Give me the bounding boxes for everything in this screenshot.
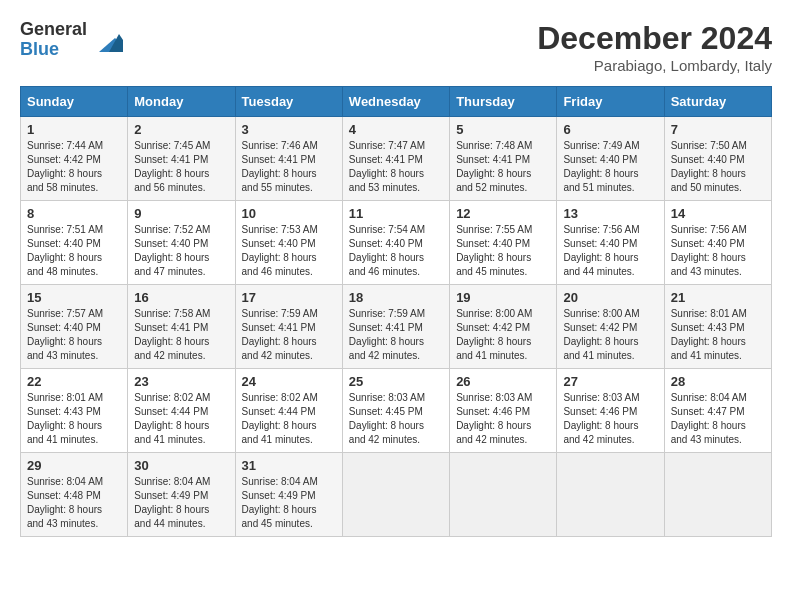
logo-blue: Blue bbox=[20, 40, 87, 60]
day-number: 31 bbox=[242, 458, 336, 473]
calendar-week-row: 1 Sunrise: 7:44 AM Sunset: 4:42 PM Dayli… bbox=[21, 117, 772, 201]
logo: General Blue bbox=[20, 20, 123, 60]
day-detail: Sunrise: 8:03 AM Sunset: 4:46 PM Dayligh… bbox=[456, 391, 550, 447]
day-number: 6 bbox=[563, 122, 657, 137]
calendar-cell: 1 Sunrise: 7:44 AM Sunset: 4:42 PM Dayli… bbox=[21, 117, 128, 201]
day-detail: Sunrise: 7:52 AM Sunset: 4:40 PM Dayligh… bbox=[134, 223, 228, 279]
calendar-cell: 15 Sunrise: 7:57 AM Sunset: 4:40 PM Dayl… bbox=[21, 285, 128, 369]
calendar-cell: 27 Sunrise: 8:03 AM Sunset: 4:46 PM Dayl… bbox=[557, 369, 664, 453]
day-number: 13 bbox=[563, 206, 657, 221]
calendar-cell: 5 Sunrise: 7:48 AM Sunset: 4:41 PM Dayli… bbox=[450, 117, 557, 201]
calendar-cell: 18 Sunrise: 7:59 AM Sunset: 4:41 PM Dayl… bbox=[342, 285, 449, 369]
calendar-cell: 30 Sunrise: 8:04 AM Sunset: 4:49 PM Dayl… bbox=[128, 453, 235, 537]
calendar-cell: 24 Sunrise: 8:02 AM Sunset: 4:44 PM Dayl… bbox=[235, 369, 342, 453]
day-detail: Sunrise: 7:51 AM Sunset: 4:40 PM Dayligh… bbox=[27, 223, 121, 279]
day-number: 11 bbox=[349, 206, 443, 221]
calendar-week-row: 15 Sunrise: 7:57 AM Sunset: 4:40 PM Dayl… bbox=[21, 285, 772, 369]
calendar-cell: 9 Sunrise: 7:52 AM Sunset: 4:40 PM Dayli… bbox=[128, 201, 235, 285]
calendar-cell: 22 Sunrise: 8:01 AM Sunset: 4:43 PM Dayl… bbox=[21, 369, 128, 453]
day-number: 29 bbox=[27, 458, 121, 473]
calendar-cell: 6 Sunrise: 7:49 AM Sunset: 4:40 PM Dayli… bbox=[557, 117, 664, 201]
calendar-week-row: 22 Sunrise: 8:01 AM Sunset: 4:43 PM Dayl… bbox=[21, 369, 772, 453]
calendar-cell: 21 Sunrise: 8:01 AM Sunset: 4:43 PM Dayl… bbox=[664, 285, 771, 369]
calendar-week-row: 29 Sunrise: 8:04 AM Sunset: 4:48 PM Dayl… bbox=[21, 453, 772, 537]
calendar-cell: 25 Sunrise: 8:03 AM Sunset: 4:45 PM Dayl… bbox=[342, 369, 449, 453]
day-number: 8 bbox=[27, 206, 121, 221]
day-detail: Sunrise: 8:03 AM Sunset: 4:45 PM Dayligh… bbox=[349, 391, 443, 447]
day-number: 10 bbox=[242, 206, 336, 221]
calendar-cell: 3 Sunrise: 7:46 AM Sunset: 4:41 PM Dayli… bbox=[235, 117, 342, 201]
day-number: 20 bbox=[563, 290, 657, 305]
day-number: 7 bbox=[671, 122, 765, 137]
day-detail: Sunrise: 7:59 AM Sunset: 4:41 PM Dayligh… bbox=[349, 307, 443, 363]
day-detail: Sunrise: 7:55 AM Sunset: 4:40 PM Dayligh… bbox=[456, 223, 550, 279]
calendar-week-row: 8 Sunrise: 7:51 AM Sunset: 4:40 PM Dayli… bbox=[21, 201, 772, 285]
calendar-cell: 16 Sunrise: 7:58 AM Sunset: 4:41 PM Dayl… bbox=[128, 285, 235, 369]
day-detail: Sunrise: 7:54 AM Sunset: 4:40 PM Dayligh… bbox=[349, 223, 443, 279]
day-number: 26 bbox=[456, 374, 550, 389]
logo-general: General bbox=[20, 20, 87, 40]
header-tuesday: Tuesday bbox=[235, 87, 342, 117]
calendar-cell: 28 Sunrise: 8:04 AM Sunset: 4:47 PM Dayl… bbox=[664, 369, 771, 453]
day-detail: Sunrise: 7:47 AM Sunset: 4:41 PM Dayligh… bbox=[349, 139, 443, 195]
day-detail: Sunrise: 7:56 AM Sunset: 4:40 PM Dayligh… bbox=[563, 223, 657, 279]
calendar-cell: 10 Sunrise: 7:53 AM Sunset: 4:40 PM Dayl… bbox=[235, 201, 342, 285]
calendar-cell: 14 Sunrise: 7:56 AM Sunset: 4:40 PM Dayl… bbox=[664, 201, 771, 285]
day-detail: Sunrise: 7:45 AM Sunset: 4:41 PM Dayligh… bbox=[134, 139, 228, 195]
logo-icon bbox=[91, 24, 123, 56]
day-detail: Sunrise: 8:00 AM Sunset: 4:42 PM Dayligh… bbox=[563, 307, 657, 363]
calendar-cell: 17 Sunrise: 7:59 AM Sunset: 4:41 PM Dayl… bbox=[235, 285, 342, 369]
day-detail: Sunrise: 8:02 AM Sunset: 4:44 PM Dayligh… bbox=[242, 391, 336, 447]
day-number: 16 bbox=[134, 290, 228, 305]
page-header: General Blue December 2024 Parabiago, Lo… bbox=[20, 20, 772, 74]
day-detail: Sunrise: 8:04 AM Sunset: 4:49 PM Dayligh… bbox=[242, 475, 336, 531]
day-number: 21 bbox=[671, 290, 765, 305]
day-number: 15 bbox=[27, 290, 121, 305]
day-detail: Sunrise: 8:02 AM Sunset: 4:44 PM Dayligh… bbox=[134, 391, 228, 447]
calendar-cell: 31 Sunrise: 8:04 AM Sunset: 4:49 PM Dayl… bbox=[235, 453, 342, 537]
day-detail: Sunrise: 7:57 AM Sunset: 4:40 PM Dayligh… bbox=[27, 307, 121, 363]
day-detail: Sunrise: 7:59 AM Sunset: 4:41 PM Dayligh… bbox=[242, 307, 336, 363]
day-number: 22 bbox=[27, 374, 121, 389]
calendar-cell: 13 Sunrise: 7:56 AM Sunset: 4:40 PM Dayl… bbox=[557, 201, 664, 285]
day-number: 27 bbox=[563, 374, 657, 389]
calendar-cell bbox=[450, 453, 557, 537]
day-detail: Sunrise: 8:03 AM Sunset: 4:46 PM Dayligh… bbox=[563, 391, 657, 447]
day-number: 3 bbox=[242, 122, 336, 137]
calendar-cell: 26 Sunrise: 8:03 AM Sunset: 4:46 PM Dayl… bbox=[450, 369, 557, 453]
day-number: 9 bbox=[134, 206, 228, 221]
month-title: December 2024 bbox=[537, 20, 772, 57]
calendar-cell: 7 Sunrise: 7:50 AM Sunset: 4:40 PM Dayli… bbox=[664, 117, 771, 201]
day-number: 17 bbox=[242, 290, 336, 305]
day-detail: Sunrise: 8:01 AM Sunset: 4:43 PM Dayligh… bbox=[671, 307, 765, 363]
day-number: 30 bbox=[134, 458, 228, 473]
day-detail: Sunrise: 7:44 AM Sunset: 4:42 PM Dayligh… bbox=[27, 139, 121, 195]
day-detail: Sunrise: 7:56 AM Sunset: 4:40 PM Dayligh… bbox=[671, 223, 765, 279]
day-detail: Sunrise: 7:48 AM Sunset: 4:41 PM Dayligh… bbox=[456, 139, 550, 195]
day-number: 23 bbox=[134, 374, 228, 389]
header-saturday: Saturday bbox=[664, 87, 771, 117]
day-number: 5 bbox=[456, 122, 550, 137]
calendar-cell: 23 Sunrise: 8:02 AM Sunset: 4:44 PM Dayl… bbox=[128, 369, 235, 453]
calendar-cell: 2 Sunrise: 7:45 AM Sunset: 4:41 PM Dayli… bbox=[128, 117, 235, 201]
day-detail: Sunrise: 7:53 AM Sunset: 4:40 PM Dayligh… bbox=[242, 223, 336, 279]
calendar-cell: 11 Sunrise: 7:54 AM Sunset: 4:40 PM Dayl… bbox=[342, 201, 449, 285]
header-friday: Friday bbox=[557, 87, 664, 117]
calendar-header-row: SundayMondayTuesdayWednesdayThursdayFrid… bbox=[21, 87, 772, 117]
calendar-cell bbox=[342, 453, 449, 537]
calendar-cell bbox=[557, 453, 664, 537]
calendar-table: SundayMondayTuesdayWednesdayThursdayFrid… bbox=[20, 86, 772, 537]
day-number: 4 bbox=[349, 122, 443, 137]
location: Parabiago, Lombardy, Italy bbox=[537, 57, 772, 74]
day-detail: Sunrise: 8:01 AM Sunset: 4:43 PM Dayligh… bbox=[27, 391, 121, 447]
day-detail: Sunrise: 7:50 AM Sunset: 4:40 PM Dayligh… bbox=[671, 139, 765, 195]
day-detail: Sunrise: 7:58 AM Sunset: 4:41 PM Dayligh… bbox=[134, 307, 228, 363]
day-detail: Sunrise: 7:46 AM Sunset: 4:41 PM Dayligh… bbox=[242, 139, 336, 195]
calendar-cell: 12 Sunrise: 7:55 AM Sunset: 4:40 PM Dayl… bbox=[450, 201, 557, 285]
day-number: 19 bbox=[456, 290, 550, 305]
calendar-cell: 19 Sunrise: 8:00 AM Sunset: 4:42 PM Dayl… bbox=[450, 285, 557, 369]
day-detail: Sunrise: 8:00 AM Sunset: 4:42 PM Dayligh… bbox=[456, 307, 550, 363]
day-number: 1 bbox=[27, 122, 121, 137]
calendar-cell: 8 Sunrise: 7:51 AM Sunset: 4:40 PM Dayli… bbox=[21, 201, 128, 285]
header-wednesday: Wednesday bbox=[342, 87, 449, 117]
